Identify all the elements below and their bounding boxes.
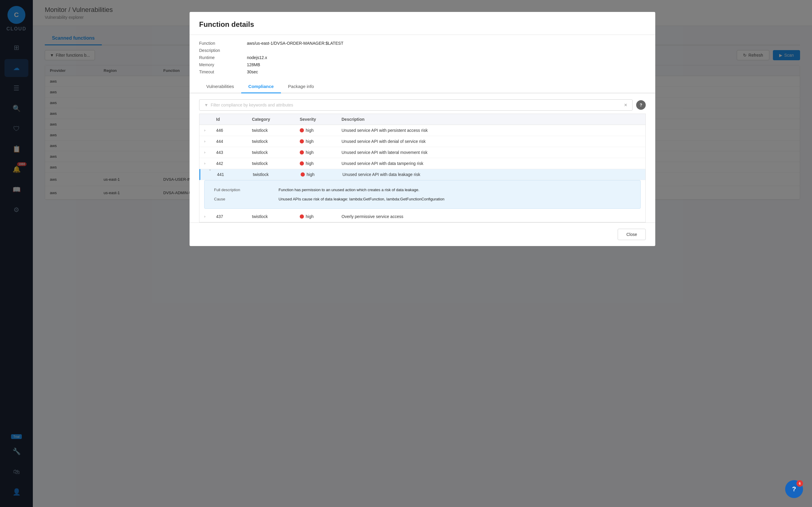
compliance-row[interactable]: › 443 twistlock high Unused service API … <box>199 147 646 158</box>
row-id: 442 <box>216 161 252 166</box>
modal-meta: Function aws/us-east-1/DVSA-ORDER-MANAGE… <box>190 35 655 80</box>
row-id: 444 <box>216 139 252 144</box>
memory-label: Memory <box>199 62 247 67</box>
function-value: aws/us-east-1/DVSA-ORDER-MANAGER:$LATEST <box>247 41 646 46</box>
row-severity: high <box>300 150 342 155</box>
severity-label: high <box>306 128 313 133</box>
row-chevron[interactable]: › <box>204 128 214 132</box>
row-id: 437 <box>216 214 252 219</box>
modal-overlay: Function details Function aws/us-east-1/… <box>0 0 812 507</box>
description-value <box>247 48 646 53</box>
cause-value: Unused APIs cause risk of data leakage: … <box>278 197 631 201</box>
row-description: Unused service API with data leakage ris… <box>342 172 641 177</box>
row-description: Unused service API with data tampering r… <box>342 161 641 166</box>
row-severity: high <box>300 161 342 166</box>
clear-icon[interactable]: ✕ <box>624 103 627 107</box>
help-icon[interactable]: ? <box>636 100 646 110</box>
full-description-value: Function has permission to an unused act… <box>278 187 631 192</box>
row-id: 443 <box>216 150 252 155</box>
search-placeholder: Filter compliance by keywords and attrib… <box>211 103 624 107</box>
modal-header: Function details <box>190 12 655 35</box>
row-chevron[interactable]: › <box>204 161 214 166</box>
row-id: 446 <box>216 128 252 133</box>
modal-search-area: ▼ Filter compliance by keywords and attr… <box>190 93 655 114</box>
compliance-row[interactable]: › 437 twistlock high Overly permissive s… <box>199 211 646 222</box>
function-label: Function <box>199 41 247 46</box>
compliance-row[interactable]: › 442 twistlock high Unused service API … <box>199 158 646 169</box>
row-chevron[interactable]: › <box>204 150 214 155</box>
compliance-header: Id Category Severity Description <box>199 114 646 125</box>
memory-value: 128MB <box>247 62 646 67</box>
severity-dot <box>300 150 304 155</box>
row-description: Overly permissive service access <box>342 214 641 219</box>
row-chevron[interactable]: › <box>204 139 214 144</box>
full-description-label: Full description <box>214 187 274 192</box>
severity-label: high <box>306 214 313 219</box>
row-severity: high <box>300 214 342 219</box>
tab-package-info[interactable]: Package info <box>281 80 321 93</box>
compliance-row[interactable]: › 444 twistlock high Unused service API … <box>199 136 646 147</box>
severity-dot <box>301 172 305 177</box>
row-chevron[interactable]: › <box>208 169 212 179</box>
col-severity: Severity <box>300 117 342 122</box>
timeout-value: 30sec <box>247 69 646 74</box>
row-category: twistlock <box>252 128 300 133</box>
compliance-search[interactable]: ▼ Filter compliance by keywords and attr… <box>199 99 632 111</box>
modal-footer: Close <box>190 223 655 246</box>
compliance-row[interactable]: › 446 twistlock high Unused service API … <box>199 125 646 136</box>
close-button[interactable]: Close <box>618 229 646 240</box>
row-description: Unused service API with persistent acces… <box>342 128 641 133</box>
description-label: Description <box>199 48 247 53</box>
row-description: Unused service API with denial of servic… <box>342 139 641 144</box>
help-bubble[interactable]: ? 6 <box>785 480 803 498</box>
row-category: twistlock <box>252 214 300 219</box>
row-chevron[interactable]: › <box>204 214 214 219</box>
severity-label: high <box>307 172 314 177</box>
row-id: 441 <box>217 172 253 177</box>
modal-tabs: Vulnerabilities Compliance Package info <box>190 80 655 93</box>
col-description: Description <box>342 117 641 122</box>
row-severity: high <box>300 139 342 144</box>
severity-dot <box>300 139 304 144</box>
severity-label: high <box>306 161 313 166</box>
runtime-value: nodejs12.x <box>247 55 646 60</box>
row-category: twistlock <box>252 161 300 166</box>
compliance-row-expanded[interactable]: › 441 twistlock high Unused service API … <box>199 169 646 180</box>
severity-label: high <box>306 150 313 155</box>
row-category: twistlock <box>253 172 301 177</box>
tab-compliance[interactable]: Compliance <box>241 80 281 93</box>
row-category: twistlock <box>252 139 300 144</box>
function-details-modal: Function details Function aws/us-east-1/… <box>190 12 655 246</box>
tab-vulnerabilities[interactable]: Vulnerabilities <box>199 80 241 93</box>
severity-dot <box>300 214 304 219</box>
help-count: 6 <box>797 480 803 487</box>
row-severity: high <box>301 172 342 177</box>
row-category: twistlock <box>252 150 300 155</box>
severity-dot <box>300 128 304 132</box>
timeout-label: Timeout <box>199 69 247 74</box>
severity-label: high <box>306 139 313 144</box>
modal-title: Function details <box>199 20 646 29</box>
cause-label: Cause <box>214 197 274 201</box>
help-icon: ? <box>792 485 796 493</box>
severity-dot <box>300 161 304 166</box>
runtime-label: Runtime <box>199 55 247 60</box>
col-id: Id <box>216 117 252 122</box>
compliance-table: Id Category Severity Description › 446 t… <box>199 114 646 223</box>
row-severity: high <box>300 128 342 133</box>
filter-icon: ▼ <box>204 103 208 107</box>
col-category: Category <box>252 117 300 122</box>
row-description: Unused service API with lateral movement… <box>342 150 641 155</box>
expanded-detail: Full description Function has permission… <box>204 180 641 209</box>
